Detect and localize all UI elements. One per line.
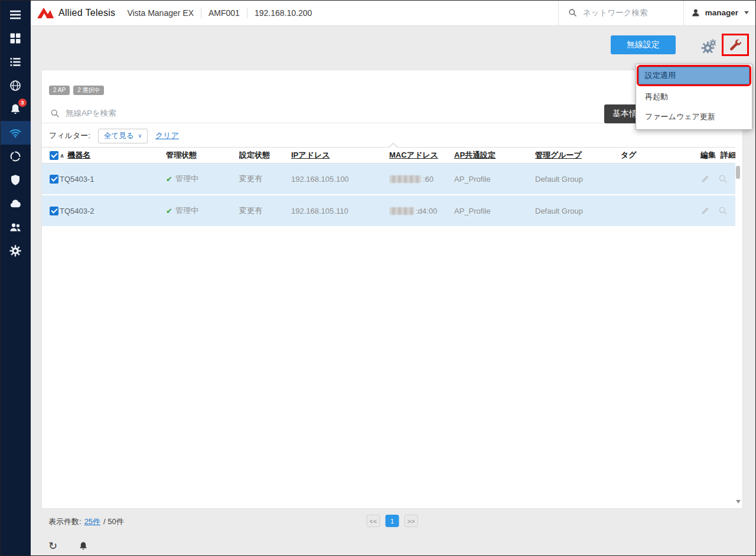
select-all-checkbox[interactable] [50, 151, 58, 160]
sidebar-item-notifications[interactable]: 3 [0, 97, 31, 121]
tools-dropdown-menu: 設定適用 再起動 ファームウェア更新 [636, 64, 752, 130]
col-header-mac[interactable]: MACアドレス [389, 150, 438, 161]
check-icon: ✔ [166, 175, 172, 184]
search-icon [50, 109, 60, 118]
sidebar-item-wireless[interactable] [0, 121, 31, 145]
device-name: TQ5403-1 [60, 175, 166, 184]
refresh-icon[interactable]: ↻ [48, 541, 57, 551]
table-row[interactable]: TQ5403-1 ✔管理中 変更有 192.168.105.100 :60 AP… [42, 163, 735, 195]
user-menu[interactable]: manager [683, 0, 756, 25]
col-header-config-status: 設定状態 [239, 150, 291, 161]
ap-profile: AP_Profile [454, 207, 535, 215]
ap-list-panel: 2 AP 2 選択中 基本情報 無線APを検索 フィルター: 全て見る ∨ クリ… [41, 70, 743, 509]
mac-redacted [389, 207, 414, 215]
row-checkbox[interactable] [50, 207, 58, 215]
check-icon: ✔ [166, 207, 172, 215]
mgmt-group: Default Group [535, 175, 621, 184]
network-search-input[interactable]: ネットワーク検索 [558, 0, 683, 25]
user-name: manager [705, 8, 738, 17]
pagination-next-button[interactable]: >> [405, 515, 418, 527]
header-divider [247, 8, 247, 18]
scrollbar-thumb[interactable] [736, 166, 740, 179]
hamburger-icon [9, 9, 21, 21]
sidebar-item-menu[interactable] [0, 3, 31, 27]
filter-row: フィルター: 全て見る ∨ クリア [49, 128, 179, 143]
allied-telesis-logo: Allied Telesis [31, 7, 122, 19]
selected-count-badge: 2 選択中 [73, 86, 104, 95]
ip-address: 192.168.105.110 [291, 207, 389, 215]
controller-ip: 192.168.10.200 [255, 8, 312, 18]
col-header-edit: 編集 [700, 150, 716, 161]
shield-icon [9, 174, 21, 186]
page-size-link[interactable]: 25件 [84, 516, 100, 527]
list-icon [9, 56, 21, 68]
config-status: 変更有 [239, 174, 291, 184]
wifi-icon [9, 127, 21, 139]
filter-select[interactable]: 全て見る ∨ [98, 129, 148, 143]
col-header-mgmt-group[interactable]: 管理グループ [535, 150, 582, 161]
mac-redacted [389, 175, 421, 183]
product-title: Vista Manager EX [127, 8, 194, 18]
notifications-bell-icon[interactable] [79, 541, 88, 551]
pagination: << 1 >> [367, 515, 418, 527]
ap-profile: AP_Profile [454, 175, 535, 184]
sidebar-item-cloud[interactable] [0, 192, 31, 215]
top-header: Allied Telesis Vista Manager EX AMF001 1… [31, 0, 756, 26]
network-name: AMF001 [208, 8, 240, 18]
gears-icon [700, 39, 716, 53]
config-status: 変更有 [239, 205, 291, 216]
scrollbar-down-arrow-icon[interactable] [736, 500, 741, 503]
pagination-page-button[interactable]: 1 [386, 515, 399, 527]
sidebar-item-dashboard[interactable] [0, 27, 31, 50]
sort-asc-icon[interactable]: ∧ [60, 152, 64, 159]
sidebar-item-awc-plugin[interactable] [0, 145, 31, 168]
detail-icon[interactable] [718, 174, 728, 184]
mgmt-status: 管理中 [175, 205, 198, 216]
network-search-placeholder: ネットワーク検索 [583, 8, 648, 18]
header-right: ネットワーク検索 manager [558, 0, 756, 25]
brand-text: Allied Telesis [58, 8, 115, 18]
swirl-icon [9, 151, 21, 162]
col-header-tag: タグ [621, 150, 700, 161]
edit-icon[interactable] [700, 174, 710, 184]
detail-icon[interactable] [718, 206, 728, 215]
device-name: TQ5403-2 [60, 207, 166, 215]
mgmt-group: Default Group [535, 207, 621, 215]
col-header-name[interactable]: 機器名 [67, 150, 90, 161]
table-body: TQ5403-1 ✔管理中 変更有 192.168.105.100 :60 AP… [42, 163, 735, 227]
filter-label: フィルター: [49, 130, 90, 141]
sidebar-item-network-map[interactable] [0, 74, 31, 97]
notification-badge: 3 [18, 99, 27, 107]
mac-suffix: :60 [423, 175, 434, 184]
sidebar-item-asset-list[interactable] [0, 50, 31, 74]
col-header-mgmt-status: 管理状態 [166, 150, 239, 161]
row-checkbox[interactable] [50, 175, 58, 184]
dashboard-icon [9, 32, 21, 44]
wrench-icon [729, 38, 742, 51]
sidebar-item-users[interactable] [0, 215, 31, 239]
col-header-ap-profile[interactable]: AP共通設定 [454, 150, 496, 161]
menu-item-firmware-update[interactable]: ファームウェア更新 [636, 107, 752, 127]
sidebar: 3 [0, 0, 31, 556]
clear-filter-link[interactable]: クリア [155, 130, 179, 141]
chevron-down-icon: ∨ [138, 133, 142, 139]
ap-count-badge: 2 AP [49, 86, 70, 95]
tools-menu-button[interactable] [724, 35, 747, 54]
bottom-bar: ↻ [31, 536, 756, 556]
menu-item-apply-config[interactable]: 設定適用 [638, 67, 750, 84]
pagination-prev-button[interactable]: << [367, 515, 380, 527]
mgmt-status: 管理中 [175, 174, 198, 184]
header-divider [201, 8, 201, 18]
table-row[interactable]: TQ5403-2 ✔管理中 変更有 192.168.105.110 :d4:00… [42, 195, 735, 227]
logo-mark-icon [37, 7, 54, 19]
badges: 2 AP 2 選択中 [49, 86, 104, 95]
sidebar-item-security[interactable] [0, 168, 31, 192]
total-count: / 50件 [103, 516, 124, 527]
menu-item-reboot[interactable]: 再起動 [636, 87, 752, 107]
col-header-ip[interactable]: IPアドレス [291, 150, 330, 161]
edit-icon[interactable] [700, 206, 710, 215]
ip-address: 192.168.105.100 [291, 175, 389, 184]
wireless-settings-button[interactable]: 無線設定 [611, 35, 676, 54]
sidebar-item-settings[interactable] [0, 239, 31, 263]
settings-gears-icon[interactable] [700, 39, 716, 55]
